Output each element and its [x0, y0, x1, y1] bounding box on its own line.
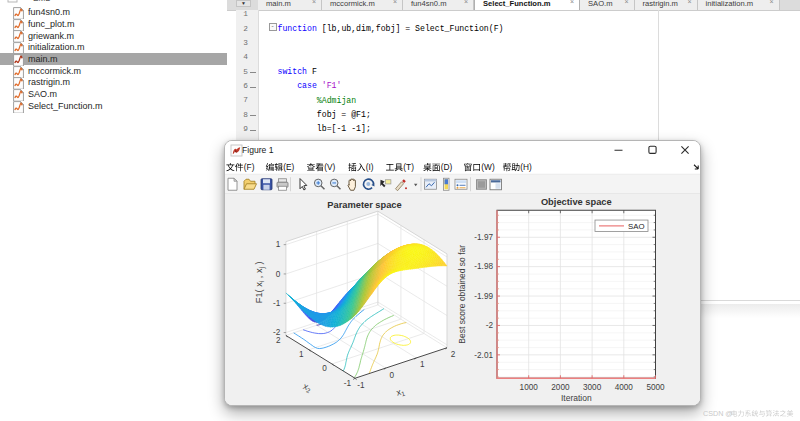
svg-text:-1.98: -1.98 — [474, 262, 493, 271]
svg-text:1: 1 — [420, 360, 425, 369]
svg-text:1000: 1000 — [519, 383, 538, 392]
svg-text:0: 0 — [389, 371, 394, 380]
svg-text:-2: -2 — [485, 321, 493, 330]
svg-text:Best score obtained so far: Best score obtained so far — [456, 245, 466, 344]
svg-text:1: 1 — [275, 240, 280, 249]
svg-text:-1: -1 — [273, 299, 281, 308]
svg-text:(D): (D) — [440, 162, 452, 172]
svg-text:Iteration: Iteration — [560, 393, 591, 403]
svg-text:(T): (T) — [403, 162, 414, 172]
svg-text:0: 0 — [275, 270, 280, 279]
svg-text:0: 0 — [322, 364, 327, 373]
svg-text:CSDN @: CSDN @ — [703, 409, 733, 418]
svg-text:(E): (E) — [283, 162, 294, 172]
svg-text:2: 2 — [276, 336, 281, 345]
svg-text:-1: -1 — [343, 379, 351, 388]
svg-text:(H): (H) — [520, 162, 532, 172]
svg-text:-2.01: -2.01 — [474, 351, 493, 360]
svg-text:(V): (V) — [324, 162, 335, 172]
svg-text:1: 1 — [299, 350, 304, 359]
svg-text:-1.99: -1.99 — [474, 292, 493, 301]
svg-text:5000: 5000 — [646, 383, 665, 392]
svg-text:2: 2 — [450, 350, 455, 359]
svg-text:Parameter space: Parameter space — [327, 200, 401, 210]
svg-text:Objective space: Objective space — [540, 197, 611, 207]
svg-text:2000: 2000 — [551, 383, 570, 392]
svg-text:(W): (W) — [481, 162, 495, 172]
svg-text:4000: 4000 — [614, 383, 633, 392]
svg-text:(F): (F) — [243, 162, 254, 172]
svg-text:-1.97: -1.97 — [474, 233, 493, 242]
svg-text:SAO: SAO — [628, 222, 644, 231]
svg-text:-1: -1 — [357, 381, 365, 390]
svg-text:(I): (I) — [365, 162, 373, 172]
svg-text:3000: 3000 — [582, 383, 601, 392]
